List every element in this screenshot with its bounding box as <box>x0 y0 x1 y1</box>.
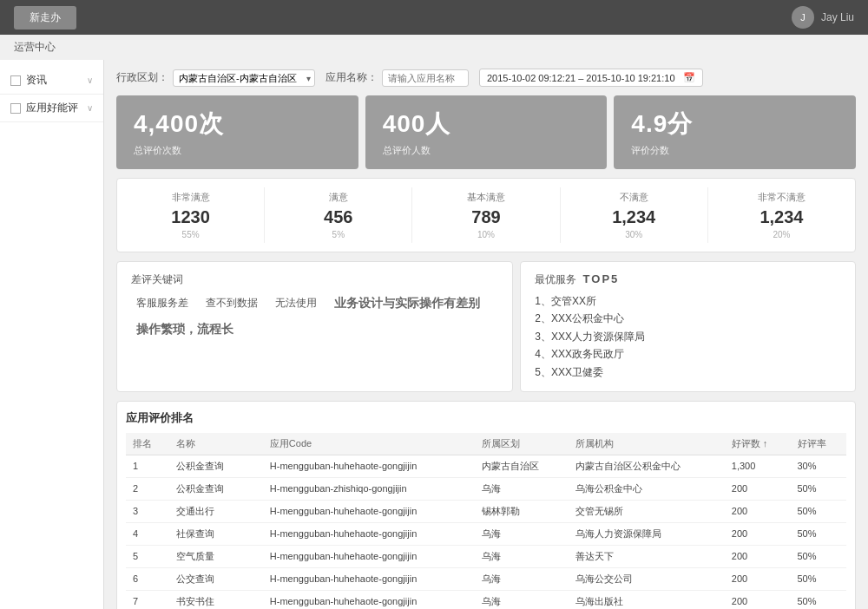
cell-name: 空气质量 <box>169 545 263 567</box>
keyword-tag-2: 无法使用 <box>270 294 322 313</box>
cell-rank: 2 <box>126 477 169 500</box>
col-code: 应用Code <box>263 433 475 455</box>
table-row: 6 公交查询 H-mengguban-huhehaote-gongjijin 乌… <box>126 567 846 590</box>
rating-col-0-pct: 55% <box>117 230 264 239</box>
col-rank: 排名 <box>126 433 169 455</box>
cell-rate: 50% <box>791 590 847 609</box>
cell-code: H-mengguban-huhehaote-gongjijin <box>263 522 475 545</box>
table-body: 1 公积金查询 H-mengguban-huhehaote-gongjijin … <box>126 455 846 609</box>
col-org: 所属机构 <box>569 433 725 455</box>
sidebar-item-news[interactable]: 资讯 ∨ <box>0 67 103 95</box>
top-nav: 新走办 J Jay Liu <box>0 0 868 35</box>
cell-region: 乌海 <box>475 477 569 500</box>
keyword-tag-4: 操作繁琐，流程长 <box>131 320 239 339</box>
cell-good: 200 <box>725 522 791 545</box>
new-task-button[interactable]: 新走办 <box>14 6 76 29</box>
table-row: 5 空气质量 H-mengguban-huhehaote-gongjijin 乌… <box>126 545 846 567</box>
date-range-value: 2015-10-02 09:12:21 – 2015-10-10 19:21:1… <box>487 73 675 83</box>
region-label: 行政区划： <box>116 70 168 85</box>
top5-list: 1、交管XX所 2、XXX公积金中心 3、XXX人力资源保障局 4、XXX政务民… <box>535 292 841 381</box>
keyword-box-title: 差评关键词 <box>131 272 498 287</box>
col-rate: 好评率 <box>791 433 847 455</box>
news-checkbox[interactable] <box>10 75 21 86</box>
avatar: J <box>792 6 814 29</box>
app-eval-arrow-icon: ∨ <box>87 103 93 113</box>
sidebar: 资讯 ∨ 应用好能评 ∨ <box>0 60 104 609</box>
cell-rank: 6 <box>126 567 169 590</box>
top5-item-4: 5、XXX卫健委 <box>535 363 841 381</box>
rating-row: 非常满意 1230 55% 满意 456 5% 基本满意 789 10% 不满意… <box>116 178 856 252</box>
keyword-box: 差评关键词 客服服务差 查不到数据 无法使用 业务设计与实际操作有差别 操作繁琐… <box>116 261 513 392</box>
rating-col-0-value: 1230 <box>117 207 264 227</box>
top5-title: 最优服务 TOP5 <box>535 272 841 287</box>
col-region: 所属区划 <box>475 433 569 455</box>
rating-col-4-label: 非常不满意 <box>708 191 855 204</box>
stat-card-2-label: 评价分数 <box>631 144 838 157</box>
app-name-label: 应用名称： <box>326 70 378 85</box>
cell-name: 公积金查询 <box>169 477 263 500</box>
username: Jay Liu <box>821 11 854 23</box>
table-row: 4 社保查询 H-mengguban-huhehaote-gongjijin 乌… <box>126 522 846 545</box>
top5-item-2: 3、XXX人力资源保障局 <box>535 328 841 345</box>
app-table-section: 应用评价排名 排名 名称 应用Code 所属区划 所属机构 好评数 ↑ 好评率 … <box>116 401 856 609</box>
cell-good: 200 <box>725 545 791 567</box>
stat-card-0-label: 总评价次数 <box>134 144 341 157</box>
keyword-tag-1: 查不到数据 <box>201 294 263 313</box>
top5-item-0: 1、交管XX所 <box>535 292 841 310</box>
cell-rate: 50% <box>791 500 847 522</box>
rating-col-0: 非常满意 1230 55% <box>117 187 265 243</box>
region-filter: 行政区划： 内蒙古自治区-内蒙古自治区 <box>116 69 315 87</box>
cell-region: 内蒙古自治区 <box>475 455 569 477</box>
cell-region: 乌海 <box>475 545 569 567</box>
cell-name: 交通出行 <box>169 500 263 522</box>
calendar-icon[interactable]: 📅 <box>683 72 695 83</box>
cell-code: H-mengguban-huhehaote-gongjijin <box>263 545 475 567</box>
user-info: J Jay Liu <box>792 6 854 29</box>
cell-region: 乌海 <box>475 567 569 590</box>
cell-rank: 3 <box>126 500 169 522</box>
table-row: 1 公积金查询 H-mengguban-huhehaote-gongjijin … <box>126 455 846 477</box>
app-name-input[interactable] <box>382 69 469 87</box>
breadcrumb: 运营中心 <box>0 35 868 60</box>
cell-good: 1,300 <box>725 455 791 477</box>
cell-region: 乌海 <box>475 590 569 609</box>
cell-good: 200 <box>725 590 791 609</box>
cell-rate: 30% <box>791 455 847 477</box>
rating-col-3-value: 1,234 <box>561 207 707 227</box>
cell-name: 公积金查询 <box>169 455 263 477</box>
main-layout: 资讯 ∨ 应用好能评 ∨ 行政区划： 内蒙古自治区-内蒙古自治区 应用名称： 2… <box>0 60 868 609</box>
filter-bar: 行政区划： 内蒙古自治区-内蒙古自治区 应用名称： 2015-10-02 09:… <box>116 69 856 87</box>
cell-rate: 50% <box>791 477 847 500</box>
sidebar-item-news-label: 资讯 <box>26 73 47 88</box>
top5-subtitle: TOP5 <box>583 272 620 285</box>
cell-region: 锡林郭勒 <box>475 500 569 522</box>
cell-org: 交管无锡所 <box>569 500 725 522</box>
cell-org: 内蒙古自治区公积金中心 <box>569 455 725 477</box>
cell-code: H-mengguban-huhehaote-gongjijin <box>263 590 475 609</box>
rating-col-2: 基本满意 789 10% <box>412 187 560 243</box>
cell-org: 乌海公交公司 <box>569 567 725 590</box>
app-name-filter: 应用名称： <box>326 69 469 87</box>
cell-org: 乌海出版社 <box>569 590 725 609</box>
rating-col-1-label: 满意 <box>265 191 411 204</box>
keyword-tags: 客服服务差 查不到数据 无法使用 业务设计与实际操作有差别 操作繁琐，流程长 <box>131 294 498 339</box>
cell-code: H-mengguban-huhehaote-gongjijin <box>263 500 475 522</box>
col-good: 好评数 ↑ <box>725 433 791 455</box>
cell-name: 社保查询 <box>169 522 263 545</box>
date-range-picker[interactable]: 2015-10-02 09:12:21 – 2015-10-10 19:21:1… <box>479 69 703 87</box>
stat-card-0: 4,400次 总评价次数 <box>116 95 358 169</box>
cell-rank: 7 <box>126 590 169 609</box>
stat-card-1-label: 总评价人数 <box>383 144 590 157</box>
app-table: 排名 名称 应用Code 所属区划 所属机构 好评数 ↑ 好评率 1 公积金查询… <box>126 433 846 609</box>
rating-col-3: 不满意 1,234 30% <box>561 187 708 243</box>
cell-good: 200 <box>725 500 791 522</box>
cell-code: H-mengguban-huhehaote-gongjijin <box>263 455 475 477</box>
news-arrow-icon: ∨ <box>87 75 93 85</box>
app-table-title: 应用评价排名 <box>126 410 846 426</box>
app-eval-checkbox[interactable] <box>10 103 21 114</box>
sidebar-item-app-eval[interactable]: 应用好能评 ∨ <box>0 95 103 122</box>
region-select[interactable]: 内蒙古自治区-内蒙古自治区 <box>173 69 315 87</box>
stat-card-2: 4.9分 评价分数 <box>614 95 856 169</box>
stat-card-1: 400人 总评价人数 <box>365 95 608 169</box>
cell-org: 乌海公积金中心 <box>569 477 725 500</box>
